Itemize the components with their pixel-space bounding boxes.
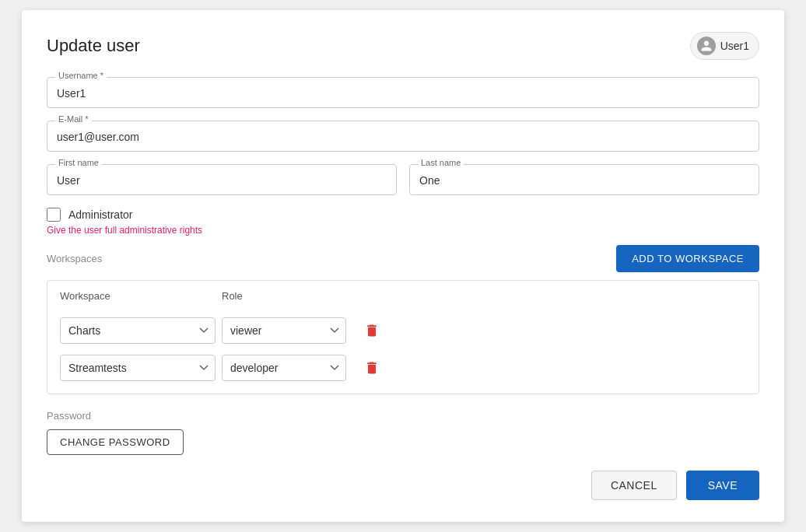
delete-row-1-button[interactable]: [352, 319, 391, 342]
firstname-field-group: First name: [47, 164, 397, 195]
workspace-table: Workspace Role Charts Streamtests Other …: [47, 280, 759, 394]
user-avatar-button[interactable]: User1: [690, 32, 759, 60]
admin-checkbox[interactable]: [47, 208, 61, 222]
email-field-group: E-Mail *: [47, 121, 759, 152]
email-input[interactable]: [57, 128, 749, 145]
workspaces-section-label: Workspaces: [47, 253, 102, 264]
workspace-select-2[interactable]: Charts Streamtests Other: [60, 355, 216, 381]
user-label: User1: [720, 40, 749, 52]
footer-row: CANCEL SAVE: [47, 471, 759, 500]
cancel-button[interactable]: CANCEL: [591, 471, 677, 500]
avatar-icon: [697, 37, 716, 55]
admin-label: Administrator: [68, 208, 132, 221]
save-button[interactable]: SAVE: [686, 471, 759, 500]
workspace-col-header: Workspace: [60, 290, 216, 302]
password-label: Password: [47, 410, 759, 422]
password-section: Password CHANGE PASSWORD: [47, 410, 759, 455]
lastname-label: Last name: [418, 158, 464, 167]
role-select-2[interactable]: viewer developer admin: [222, 355, 346, 381]
add-to-workspace-button[interactable]: ADD TO WORKSPACE: [616, 245, 759, 272]
firstname-input[interactable]: [57, 171, 387, 188]
page-title: Update user: [47, 36, 140, 56]
trash-icon: [364, 359, 380, 376]
lastname-field-group: Last name: [409, 164, 759, 195]
table-row: Charts Streamtests Other viewer develope…: [60, 355, 746, 381]
workspace-select-1[interactable]: Charts Streamtests Other: [60, 317, 216, 344]
admin-hint: Give the user full administrative rights: [47, 225, 759, 236]
table-row: Charts Streamtests Other viewer develope…: [60, 317, 746, 344]
email-label: E-Mail *: [55, 114, 92, 124]
role-col-header: Role: [222, 290, 346, 302]
lastname-input[interactable]: [419, 171, 749, 188]
delete-row-2-button[interactable]: [352, 356, 391, 380]
trash-icon: [364, 322, 380, 339]
change-password-button[interactable]: CHANGE PASSWORD: [47, 429, 184, 455]
admin-checkbox-row: Administrator: [47, 208, 759, 222]
username-label: Username *: [55, 71, 107, 80]
username-input[interactable]: [57, 84, 749, 101]
username-field-group: Username *: [47, 77, 759, 108]
role-select-1[interactable]: viewer developer admin: [222, 317, 346, 344]
firstname-label: First name: [55, 158, 102, 167]
